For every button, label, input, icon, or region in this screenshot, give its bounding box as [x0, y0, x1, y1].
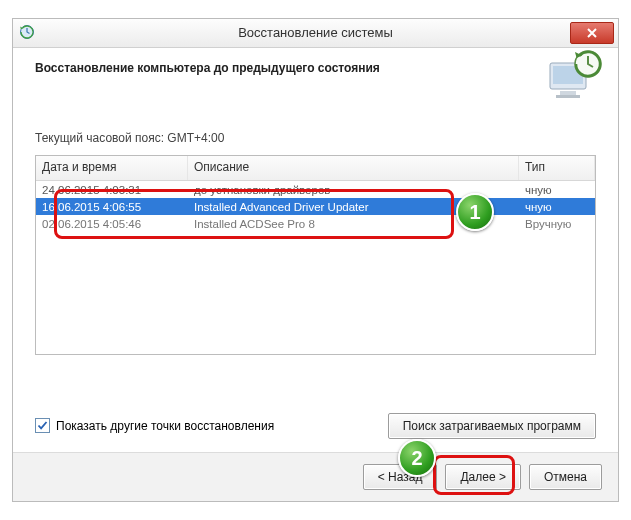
wizard-footer: < Назад Далее > Отмена — [13, 452, 618, 501]
restore-icon-large — [548, 49, 604, 101]
checkbox-icon[interactable] — [35, 418, 50, 433]
wizard-window: Восстановление системы Восстановление ко… — [12, 18, 619, 502]
table-header: Дата и время Описание Тип — [36, 156, 595, 181]
next-button[interactable]: Далее > — [445, 464, 521, 490]
wizard-body: Восстановление компьютера до предыдущего… — [13, 47, 618, 501]
col-header-type[interactable]: Тип — [519, 156, 595, 180]
timezone-label: Текущий часовой пояс: GMT+4:00 — [35, 131, 596, 145]
scan-affected-button[interactable]: Поиск затрагиваемых программ — [388, 413, 596, 439]
close-button[interactable] — [570, 22, 614, 44]
svg-rect-3 — [560, 91, 576, 95]
col-header-desc[interactable]: Описание — [188, 156, 519, 180]
page-subtitle: Восстановление компьютера до предыдущего… — [35, 61, 380, 75]
table-row[interactable]: 16.06.2015 4:06:55 Installed Advanced Dr… — [36, 198, 595, 215]
col-header-date[interactable]: Дата и время — [36, 156, 188, 180]
table-row[interactable]: 24.06.2015 4:03:31 до устнановки драйвер… — [36, 181, 595, 198]
restore-points-table[interactable]: Дата и время Описание Тип 24.06.2015 4:0… — [35, 155, 596, 355]
back-button[interactable]: < Назад — [363, 464, 438, 490]
cancel-button[interactable]: Отмена — [529, 464, 602, 490]
window-title: Восстановление системы — [13, 25, 618, 40]
titlebar: Восстановление системы — [13, 19, 618, 48]
content-area: Текущий часовой пояс: GMT+4:00 Дата и вр… — [35, 131, 596, 441]
table-row[interactable]: 02.06.2015 4:05:46 Installed ACDSee Pro … — [36, 215, 595, 232]
svg-rect-4 — [556, 95, 580, 98]
show-more-checkbox-row[interactable]: Показать другие точки восстановления — [35, 418, 274, 433]
checkbox-label: Показать другие точки восстановления — [56, 419, 274, 433]
screenshot-stage: Восстановление системы Восстановление ко… — [0, 0, 631, 520]
header-row: Восстановление компьютера до предыдущего… — [13, 47, 618, 107]
